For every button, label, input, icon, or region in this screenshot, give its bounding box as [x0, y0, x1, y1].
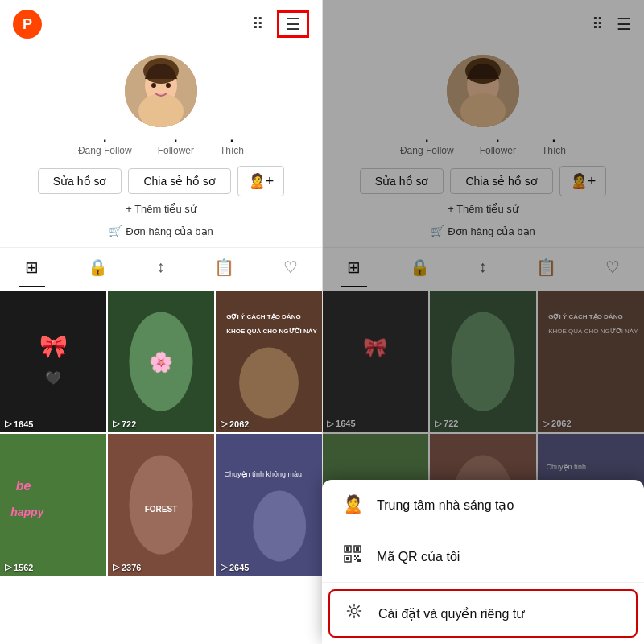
overlay-menu: 🙎 Trung tâm nhà sáng tạo [322, 480, 644, 644]
svg-rect-54 [357, 559, 361, 562]
svg-text:🎀: 🎀 [39, 333, 68, 360]
logo: P [13, 10, 42, 39]
svg-point-27 [460, 93, 506, 127]
left-panel: P ⠿ ☰ [0, 0, 322, 644]
svg-rect-53 [354, 559, 356, 560]
view-count: ▷ 722 [113, 419, 136, 429]
edit-profile-button[interactable]: Sửa hồ sơ [38, 168, 122, 194]
video-thumb[interactable]: 🌸 ▷ 722 [108, 291, 214, 432]
followers-count: . [174, 130, 177, 145]
stat-following[interactable]: . Đang Follow [78, 130, 132, 156]
action-buttons: Sửa hồ sơ Chia sẻ hồ sơ 🙎+ [38, 166, 284, 196]
tab-grid[interactable]: ⊞ [19, 254, 45, 280]
right-hamburger-button[interactable]: ☰ [617, 14, 631, 34]
likes-count: . [230, 130, 233, 145]
right-stat-followers: . Follower [480, 130, 516, 156]
view-count: ▷ 1562 [5, 562, 33, 572]
svg-rect-50 [346, 557, 349, 560]
svg-text:Chuyện tình: Chuyện tình [547, 463, 587, 471]
right-likes-count: . [552, 130, 555, 145]
right-cart-icon: 🛒 [431, 225, 444, 237]
tab-lock[interactable]: 🔒 [81, 254, 114, 280]
add-bio-link[interactable]: + Thêm tiểu sử [126, 203, 196, 215]
video-thumb[interactable]: GỢI Ý CÁCH TẠO DÁNG KHOE QUÀ CHO NGƯỜI N… [216, 291, 322, 432]
right-tab-lock: 🔒 [403, 254, 436, 280]
qr-code-item[interactable]: Mã QR của tôi [322, 530, 644, 583]
video-thumb[interactable]: be happy ▷ 1562 [0, 434, 106, 576]
right-tab-clipboard: 📋 [530, 254, 563, 280]
order-link[interactable]: 🛒 Đơn hàng của bạn [109, 225, 213, 237]
right-view-count: ▷ 2062 [543, 419, 572, 429]
settings-item[interactable]: Cài đặt và quyền riêng tư [328, 589, 638, 638]
svg-rect-6 [0, 291, 106, 432]
svg-point-4 [151, 83, 156, 88]
tab-repost[interactable]: ↕ [151, 254, 171, 280]
right-add-bio-link: + Thêm tiểu sử [448, 203, 518, 215]
svg-rect-16 [0, 434, 106, 576]
svg-text:FOREST: FOREST [145, 505, 178, 514]
right-order-text: Đơn hàng của bạn [448, 225, 535, 237]
following-label: Đang Follow [78, 145, 132, 156]
tab-heart[interactable]: ♡ [277, 254, 304, 280]
svg-point-5 [166, 83, 171, 88]
right-avatar [447, 55, 519, 127]
svg-rect-46 [346, 547, 349, 551]
right-dots-icon[interactable]: ⠿ [592, 14, 604, 34]
right-following-count: . [425, 130, 428, 145]
share-profile-button[interactable]: Chia sẻ hồ sơ [128, 168, 230, 194]
qr-code-label: Mã QR của tôi [377, 549, 460, 564]
right-tabs-row: ⊞ 🔒 ↕ 📋 ♡ [322, 247, 644, 287]
dots-icon[interactable]: ⠿ [252, 14, 264, 34]
following-count: . [103, 130, 106, 145]
creator-center-label: Trung tâm nhà sáng tạo [377, 497, 514, 513]
right-followers-count: . [496, 130, 499, 145]
right-order-action: 🛒 Đơn hàng của bạn [431, 225, 535, 237]
svg-point-24 [253, 490, 306, 561]
svg-rect-33 [538, 291, 644, 432]
right-tab-repost: ↕ [473, 254, 493, 280]
profile-section: . Đang Follow . Follower . Thích Sửa hồ … [0, 48, 322, 247]
top-bar-right: ⠿ ☰ [252, 10, 309, 38]
tabs-row: ⊞ 🔒 ↕ 📋 ♡ [0, 247, 322, 287]
view-count: ▷ 2062 [221, 419, 249, 429]
video-thumb[interactable]: FOREST ▷ 2376 [108, 434, 214, 576]
video-thumb[interactable]: Chuyện tình không màu ▷ 2645 [216, 434, 322, 576]
svg-text:Chuyện tình không màu: Chuyện tình không màu [225, 470, 303, 478]
right-action-buttons: Sửa hồ sơ Chia sẻ hồ sơ 🙎+ [360, 166, 606, 196]
svg-point-32 [451, 312, 514, 411]
add-user-button[interactable]: 🙎+ [237, 166, 285, 196]
stats-row: . Đang Follow . Follower . Thích [78, 130, 244, 156]
svg-rect-51 [354, 555, 356, 557]
right-top-bar: ⠿ ☰ [322, 0, 644, 48]
tab-clipboard[interactable]: 📋 [208, 254, 241, 280]
svg-text:KHOE QUÀ CHO NGƯỜI NÀY: KHOE QUÀ CHO NGƯỜI NÀY [226, 327, 317, 335]
creator-center-icon: 🙎 [341, 494, 364, 515]
followers-label: Follower [158, 145, 194, 156]
svg-rect-55 [356, 557, 357, 559]
hamburger-button[interactable]: ☰ [277, 10, 309, 38]
right-video-thumb: GỢI Ý CÁCH TẠO DÁNG KHOE QUÀ CHO NGƯỜI N… [538, 291, 644, 432]
right-following-label: Đang Follow [400, 145, 454, 156]
svg-text:be: be [16, 479, 31, 493]
svg-text:GỢI Ý CÁCH TẠO DÁNG: GỢI Ý CÁCH TẠO DÁNG [548, 313, 622, 320]
hamburger-icon: ☰ [286, 15, 300, 33]
right-view-count: ▷ 722 [435, 419, 458, 429]
order-text: Đơn hàng của bạn [126, 225, 213, 237]
stat-followers[interactable]: . Follower [158, 130, 194, 156]
svg-text:🖤: 🖤 [45, 370, 61, 386]
avatar [125, 55, 197, 127]
app-container: P ⠿ ☰ [0, 0, 644, 644]
right-profile-section: . Đang Follow . Follower . Thích Sửa hồ … [322, 48, 644, 247]
order-action: 🛒 Đơn hàng của bạn [109, 225, 213, 237]
right-likes-label: Thích [542, 145, 566, 156]
avatar-image [125, 55, 197, 127]
svg-point-56 [352, 609, 357, 614]
likes-label: Thích [220, 145, 244, 156]
video-thumb[interactable]: 🎀 🖤 ▷ 1645 [0, 291, 106, 432]
creator-center-item[interactable]: 🙎 Trung tâm nhà sáng tạo [322, 480, 644, 530]
add-user-icon: 🙎+ [248, 172, 275, 190]
right-followers-label: Follower [480, 145, 516, 156]
right-edit-button: Sửa hồ sơ [360, 168, 444, 194]
svg-point-2 [138, 93, 184, 127]
stat-likes[interactable]: . Thích [220, 130, 244, 156]
